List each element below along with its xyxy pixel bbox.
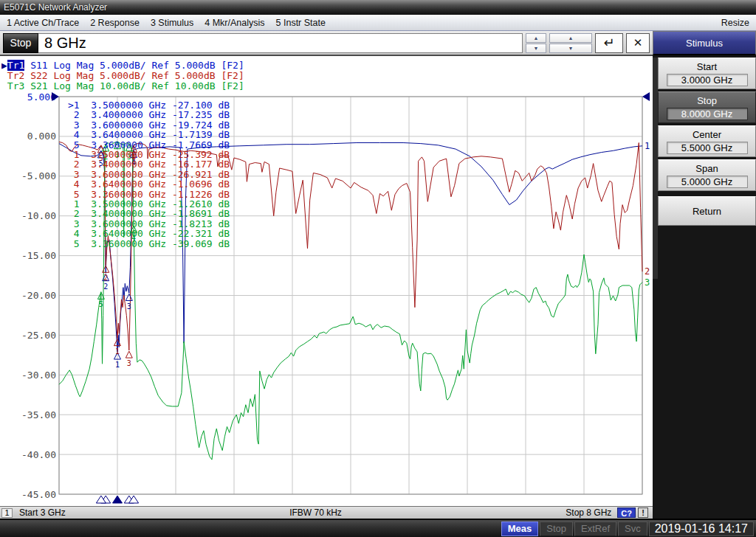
- marker-number: 2: [103, 274, 108, 282]
- channel-start-freq: Start 3 GHz: [19, 507, 66, 518]
- enter-icon[interactable]: ↵: [595, 33, 623, 53]
- marker-readout-row: 3 3.6000000 GHz -19.724 dB: [68, 120, 230, 130]
- menu-resize[interactable]: Resize: [721, 18, 749, 28]
- menu-item[interactable]: 3 Stimulus: [151, 18, 193, 28]
- marker-readout-row: 4 3.6400000 GHz -1.7139 dB: [68, 130, 230, 139]
- softkey-value: 5.0000 GHz: [667, 176, 748, 188]
- entry-bar: Stop 8 GHz ▲ ▼ ▲ ▼ ↵ ✕: [0, 31, 653, 56]
- trace-definition[interactable]: Tr3 S21 Log Mag 10.00dB/ Ref 10.00dB [F2…: [1, 81, 244, 91]
- softkey-start[interactable]: Start3.0000 GHz: [658, 58, 756, 89]
- y-axis-label: -15.00: [21, 250, 56, 261]
- softkey-list: Start3.0000 GHzStop8.0000 GHzCenter5.500…: [658, 58, 756, 191]
- channel-ifbw: IFBW 70 kHz: [66, 507, 566, 518]
- marker-number: 3: [127, 302, 131, 311]
- return-button[interactable]: Return: [658, 196, 756, 226]
- title-bar: E5071C Network Analyzer: [0, 0, 756, 15]
- alert-badge: !: [638, 507, 648, 518]
- entry-field-input[interactable]: 8 GHz: [38, 33, 523, 53]
- trace-id[interactable]: Tr3: [7, 80, 24, 91]
- step-down-icon[interactable]: ▼: [526, 44, 546, 53]
- trace-format: S22 Log Mag 5.000dB/ Ref 5.000dB [F2]: [24, 70, 244, 81]
- marker-number: 5: [99, 300, 103, 308]
- fine-stepper: ▲ ▼: [526, 33, 546, 53]
- trace-end-label: 2: [645, 266, 650, 277]
- close-icon[interactable]: ✕: [626, 33, 650, 53]
- marker-readout-row: 4 3.6400000 GHz -1.0696 dB: [68, 179, 230, 189]
- softkey-value: 5.5000 GHz: [667, 142, 748, 154]
- marker-readout-row: 1 3.5000000 GHz -25.392 dB: [68, 150, 230, 159]
- softkey-label: Span: [695, 163, 718, 174]
- softkey-menu-title: Stimulus: [653, 31, 756, 55]
- marker-readout-row: >1 3.5000000 GHz -27.100 dB: [68, 100, 230, 110]
- softkey-stop[interactable]: Stop8.0000 GHz: [658, 91, 756, 123]
- active-trace-arrow-icon: ▶: [1, 60, 7, 71]
- y-axis-label: 0.000: [27, 131, 56, 142]
- status-svc: Svc: [618, 522, 647, 536]
- marker-triangle-icon[interactable]: [126, 351, 132, 358]
- trace-format: S11 Log Mag 5.000dB/ Ref 5.000dB [F2]: [24, 60, 244, 71]
- y-axis-label: -35.00: [21, 409, 56, 420]
- channel-stop-freq: Stop 8 GHz: [566, 507, 611, 518]
- marker-readout-row: 2 3.4000000 GHz -17.235 dB: [68, 110, 230, 119]
- trace-format: S21 Log Mag 10.00dB/ Ref 10.00dB [F2]: [24, 80, 244, 91]
- menu-items: 1 Active Ch/Trace2 Response3 Stimulus4 M…: [7, 18, 326, 28]
- channel-number: 1: [1, 508, 13, 518]
- trace-definition[interactable]: Tr2 S22 Log Mag 5.000dB/ Ref 5.000dB [F2…: [1, 71, 244, 81]
- y-axis-label: -25.00: [21, 330, 56, 341]
- marker-readout-row: 1 3.5000000 GHz -1.2610 dB: [68, 199, 230, 209]
- status-meas: Meas: [501, 522, 539, 536]
- instrument-status-bar: MeasStopExtRefSvc 2019-01-16 14:17: [0, 519, 756, 537]
- trace-end-label: 3: [645, 277, 650, 288]
- ref-level-marker-right-icon[interactable]: [642, 92, 650, 101]
- softkey-label: Start: [697, 61, 717, 72]
- trace-definitions: ▶Tr1 S11 Log Mag 5.000dB/ Ref 5.000dB [F…: [1, 60, 244, 91]
- menu-item[interactable]: 5 Instr State: [276, 18, 326, 28]
- menu-item[interactable]: 4 Mkr/Analysis: [205, 18, 264, 28]
- marker-triangle-icon[interactable]: [126, 294, 132, 301]
- y-axis-label: -45.00: [21, 489, 56, 500]
- marker-number: 3: [127, 359, 131, 367]
- step-up-large-icon[interactable]: ▲: [549, 33, 592, 43]
- menu-item[interactable]: 2 Response: [90, 18, 140, 28]
- window-title: E5071C Network Analyzer: [4, 2, 107, 13]
- softkey-sidebar: Stimulus Start3.0000 GHzStop8.0000 GHzCe…: [653, 31, 756, 519]
- marker-readout-row: 5 3.3600000 GHz -1.7669 dB: [68, 140, 230, 150]
- softkey-span[interactable]: Span5.0000 GHz: [658, 159, 756, 191]
- marker-readout: >1 3.5000000 GHz -27.100 dB 2 3.4000000 …: [68, 100, 230, 249]
- step-up-icon[interactable]: ▲: [526, 33, 546, 43]
- stimulus-marker-icon[interactable]: [113, 496, 123, 503]
- menu-item[interactable]: 1 Active Ch/Trace: [7, 18, 79, 28]
- datetime: 2019-01-16 14:17: [649, 522, 754, 536]
- marker-number: 2: [103, 283, 108, 291]
- marker-readout-row: 3 3.6000000 GHz -1.8213 dB: [68, 219, 230, 229]
- marker-readout-row: 3 3.6000000 GHz -26.921 dB: [68, 170, 230, 179]
- marker-readout-row: 4 3.6400000 GHz -22.321 dB: [68, 229, 230, 238]
- status-stop: Stop: [540, 522, 573, 536]
- softkey-scroll-strip: [653, 58, 658, 279]
- coarse-stepper: ▲ ▼: [549, 33, 592, 53]
- trace-end-label: 1: [645, 141, 650, 151]
- y-axis-label: -30.00: [21, 370, 56, 381]
- trace-id[interactable]: Tr2: [7, 70, 24, 81]
- active-trace-arrow-icon: [1, 70, 7, 81]
- softkey-value: 3.0000 GHz: [667, 74, 748, 86]
- softkey-value: 8.0000 GHz: [667, 108, 748, 120]
- y-axis-label: -20.00: [21, 290, 56, 301]
- trace-definition[interactable]: ▶Tr1 S11 Log Mag 5.000dB/ Ref 5.000dB [F…: [1, 60, 244, 71]
- trace-id[interactable]: Tr1: [7, 60, 24, 71]
- marker-number: 1: [115, 361, 120, 369]
- softkey-center[interactable]: Center5.5000 GHz: [658, 125, 756, 157]
- step-down-large-icon[interactable]: ▼: [549, 44, 592, 53]
- status-extref: ExtRef: [574, 522, 616, 536]
- menu-bar: 1 Active Ch/Trace2 Response3 Stimulus4 M…: [0, 15, 756, 31]
- calibration-badge: C?: [617, 507, 636, 518]
- entry-field-label: Stop: [3, 33, 38, 53]
- status-items: MeasStopExtRefSvc: [501, 522, 647, 536]
- marker-number: 1: [115, 347, 120, 356]
- marker-readout-row: 2 3.4000000 GHz -16.177 dB: [68, 159, 230, 169]
- trace-display-area: 5.0000.000-5.000-10.00-15.00-20.00-25.00…: [0, 56, 653, 506]
- marker-readout-row: 2 3.4000000 GHz -1.8691 dB: [68, 209, 230, 218]
- channel-status-bar: 1 Start 3 GHz IFBW 70 kHz Stop 8 GHz C? …: [0, 506, 653, 519]
- softkey-label: Stop: [697, 95, 717, 106]
- marker-readout-row: 5 3.3600000 GHz -1.1226 dB: [68, 190, 230, 199]
